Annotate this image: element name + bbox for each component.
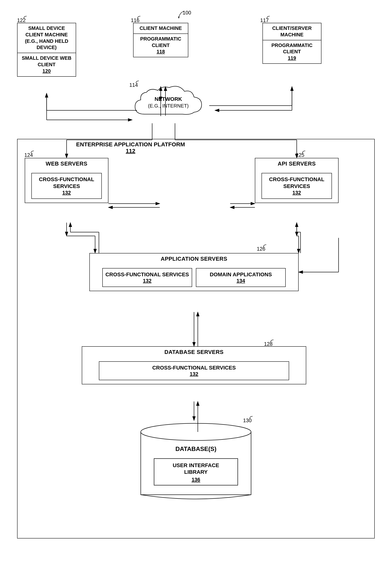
svg-text:DATABASE(S): DATABASE(S): [175, 445, 216, 452]
client-machine-box: CLIENT MACHINE PROGRAMMATIC CLIENT 118: [133, 23, 188, 57]
api-servers-inner: CROSS-FUNCTIONAL SERVICES 132: [262, 173, 332, 199]
api-servers-title: API SERVERS: [255, 158, 338, 169]
api-servers-box: API SERVERS CROSS-FUNCTIONAL SERVICES 13…: [255, 158, 338, 203]
bracket-128: [270, 339, 276, 343]
bracket-117: [266, 15, 272, 19]
small-device-box: SMALL DEVICE CLIENT MACHINE (E.G., HAND …: [17, 23, 76, 77]
bracket-114: [135, 80, 141, 84]
arrow-100-svg: [169, 10, 188, 21]
client-machine-sub: PROGRAMMATIC CLIENT 118: [134, 34, 188, 57]
bracket-122: [23, 15, 28, 19]
database-cylinder: DATABASE(S) USER INTERFACE LIBRARY 136: [129, 420, 262, 506]
db-servers-inner: CROSS-FUNCTIONAL SERVICES 132: [99, 361, 289, 380]
diagram: 100 122 SMALL DEVICE CLIENT MACHINE (E.G…: [0, 0, 392, 583]
db-servers-box: DATABASE SERVERS CROSS-FUNCTIONAL SERVIC…: [82, 346, 306, 384]
bracket-124: [30, 150, 36, 154]
database-cylinder-wrapper: DATABASE(S) USER INTERFACE LIBRARY 136: [129, 420, 262, 506]
network-cloud: NETWORK (E.G., INTERNET): [129, 84, 213, 124]
svg-text:136: 136: [192, 477, 200, 482]
svg-text:(E.G., INTERNET): (E.G., INTERNET): [148, 103, 189, 109]
app-servers-cross-functional: CROSS-FUNCTIONAL SERVICES 132: [102, 268, 192, 287]
client-server-box: CLIENT/SERVER MACHINE PROGRAMMATIC CLIEN…: [262, 23, 322, 64]
small-device-title: SMALL DEVICE CLIENT MACHINE (E.G., HAND …: [18, 23, 76, 53]
app-servers-inner-layout: CROSS-FUNCTIONAL SERVICES 132 DOMAIN APP…: [102, 268, 286, 287]
small-device-sub: SMALL DEVICE WEB CLIENT 120: [18, 53, 76, 76]
db-servers-title: DATABASE SERVERS: [82, 347, 306, 357]
client-server-sub: PROGRAMMATIC CLIENT 119: [263, 40, 321, 63]
bracket-116: [136, 15, 142, 19]
enterprise-label: ENTERPRISE APPLICATION PLATFORM 112: [76, 141, 185, 154]
bracket-126: [262, 244, 268, 248]
svg-point-4: [141, 423, 251, 440]
svg-marker-0: [178, 17, 180, 19]
svg-text:LIBRARY: LIBRARY: [184, 469, 208, 475]
client-server-title: CLIENT/SERVER MACHINE: [263, 23, 321, 40]
svg-text:NETWORK: NETWORK: [155, 96, 182, 102]
web-servers-title: WEB SERVERS: [25, 158, 108, 169]
web-servers-box: WEB SERVERS CROSS-FUNCTIONAL SERVICES 13…: [25, 158, 108, 203]
app-servers-domain: DOMAIN APPLICATIONS 134: [196, 268, 286, 287]
bracket-130: [249, 415, 254, 419]
client-machine-title: CLIENT MACHINE: [134, 23, 188, 34]
app-servers-box: APPLICATION SERVERS CROSS-FUNCTIONAL SER…: [90, 253, 298, 291]
app-servers-title: APPLICATION SERVERS: [90, 253, 298, 264]
svg-text:USER INTERFACE: USER INTERFACE: [173, 462, 219, 468]
bracket-125: [302, 150, 307, 154]
web-servers-inner: CROSS-FUNCTIONAL SERVICES 132: [32, 173, 102, 199]
